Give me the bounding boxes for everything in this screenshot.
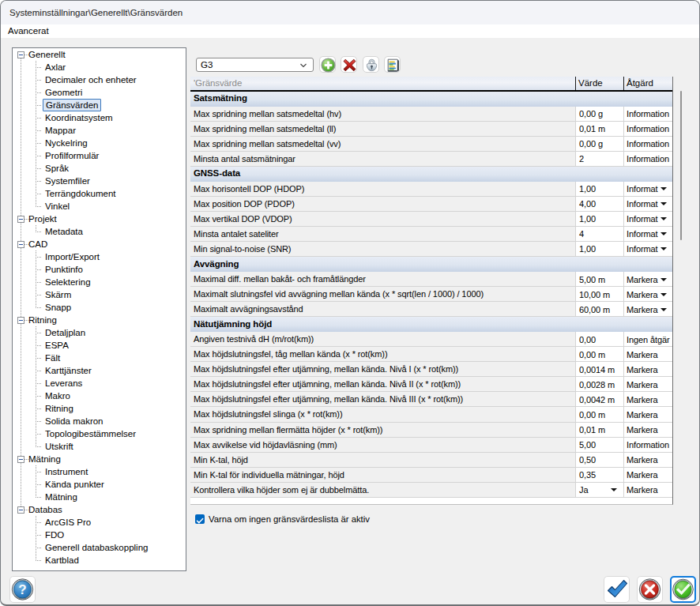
svg-text:?: ? [18,582,26,597]
